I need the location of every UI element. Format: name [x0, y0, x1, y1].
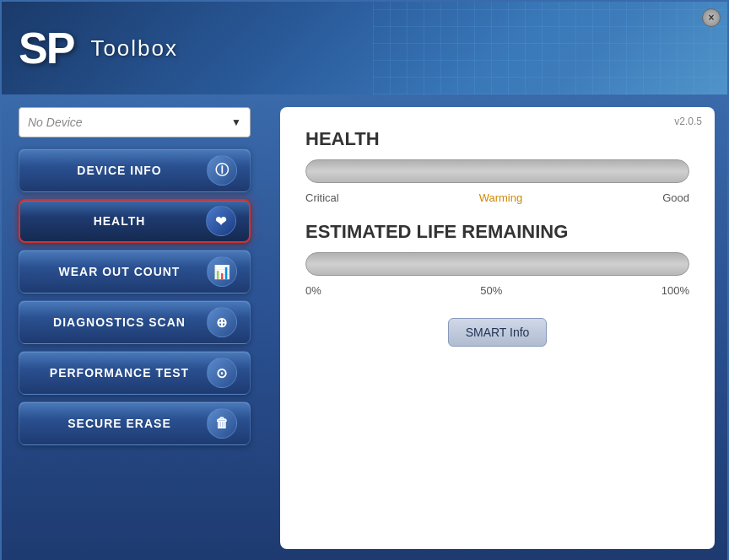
- nav-label-performance-test: PERFORMANCE TEST: [32, 366, 207, 380]
- elr-labels: 0% 50% 100%: [305, 284, 689, 297]
- elr-label-100: 100%: [662, 284, 689, 297]
- erase-icon: 🗑: [207, 408, 237, 439]
- nav-label-health: HEALTH: [33, 214, 206, 228]
- nav-label-device-info: DEVICE INFO: [32, 164, 207, 177]
- sidebar: No Device ▼ DEVICE INFO ⓘ HEALTH ❤ WEAR …: [2, 94, 267, 560]
- nav-button-diagnostics-scan[interactable]: DIAGNOSTICS SCAN ⊕: [19, 300, 251, 344]
- app-window: SP Toolbox × No Device ▼ DEVICE INFO ⓘ H…: [0, 0, 729, 560]
- device-selector[interactable]: No Device ▼: [19, 107, 251, 137]
- header-bg: [373, 2, 727, 94]
- chevron-down-icon: ▼: [231, 116, 241, 128]
- performance-icon: ⊙: [207, 358, 237, 388]
- nav-label-wear-out-count: WEAR OUT COUNT: [32, 265, 207, 278]
- nav-button-device-info[interactable]: DEVICE INFO ⓘ: [19, 148, 251, 192]
- scan-icon: ⊕: [207, 307, 237, 337]
- logo-sp: SP: [19, 26, 73, 70]
- main-content: No Device ▼ DEVICE INFO ⓘ HEALTH ❤ WEAR …: [2, 94, 727, 560]
- header: SP Toolbox ×: [2, 2, 727, 94]
- nav-label-secure-erase: SECURE ERASE: [32, 417, 207, 430]
- health-labels: Critical Warming Good: [305, 191, 689, 204]
- elr-progress-bar: [305, 252, 689, 276]
- device-selector-text: No Device: [28, 116, 231, 129]
- version-label: v2.0.5: [674, 116, 702, 127]
- smart-info-button[interactable]: SMART Info: [448, 318, 548, 347]
- nav-button-performance-test[interactable]: PERFORMANCE TEST ⊙: [19, 351, 251, 395]
- health-label-good: Good: [662, 191, 689, 204]
- health-label-warming: Warming: [479, 191, 523, 204]
- health-label-critical: Critical: [305, 191, 339, 204]
- logo-toolbox: Toolbox: [90, 35, 178, 62]
- close-button[interactable]: ×: [702, 8, 721, 27]
- health-icon: ❤: [206, 206, 236, 236]
- nav-button-health[interactable]: HEALTH ❤: [19, 199, 251, 243]
- elr-label-0: 0%: [305, 284, 321, 297]
- chart-icon: 📊: [207, 256, 237, 287]
- nav-button-secure-erase[interactable]: SECURE ERASE 🗑: [19, 401, 251, 445]
- elr-title: ESTIMATED LIFE REMAINING: [305, 221, 689, 243]
- health-section: HEALTH Critical Warming Good: [305, 128, 689, 204]
- content-card: v2.0.5 HEALTH Critical Warming Good ESTI: [280, 107, 715, 549]
- elr-section: ESTIMATED LIFE REMAINING 0% 50% 100%: [305, 221, 689, 297]
- health-title: HEALTH: [305, 128, 689, 150]
- right-panel: v2.0.5 HEALTH Critical Warming Good ESTI: [267, 94, 727, 560]
- elr-label-50: 50%: [480, 284, 502, 297]
- logo-area: SP Toolbox: [19, 26, 178, 70]
- nav-label-diagnostics-scan: DIAGNOSTICS SCAN: [32, 315, 207, 329]
- info-icon: ⓘ: [207, 155, 237, 186]
- nav-button-wear-out-count[interactable]: WEAR OUT COUNT 📊: [19, 250, 251, 293]
- health-progress-bar: [305, 159, 689, 183]
